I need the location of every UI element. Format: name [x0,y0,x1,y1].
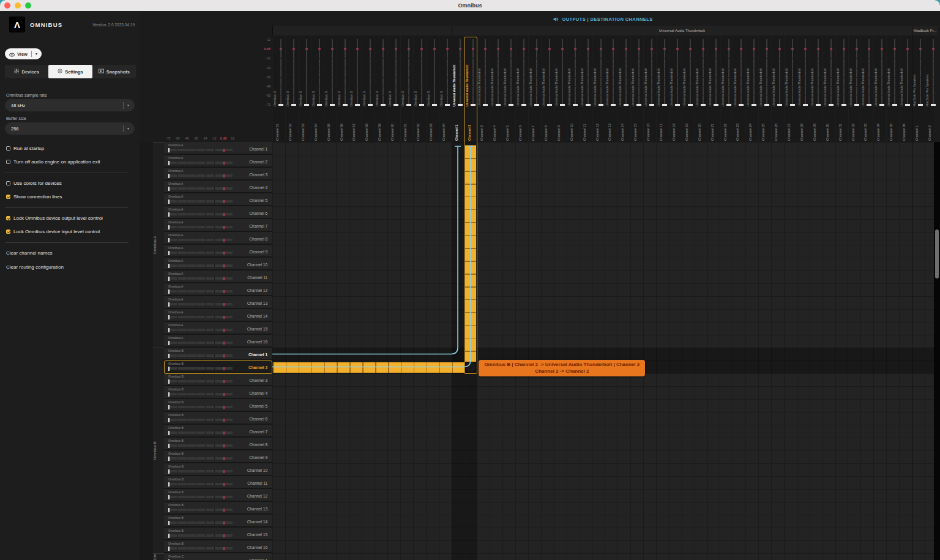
output-channel-column[interactable]: Universal Audio ThunderboltChannel 26 [771,35,784,142]
output-channel-column[interactable]: Omnibus DChannel 54 [311,35,324,142]
input-channel-row[interactable]: Omnibus AChannel 9 [164,245,272,256]
buffer-size-select[interactable]: 256 ▾ [5,122,135,135]
column-fader-handle[interactable] [368,104,373,106]
input-channel-row[interactable]: Omnibus AChannel 1 [164,142,272,154]
output-channel-column[interactable]: Universal Audio ThunderboltChannel 19 [682,35,695,142]
output-channel-column[interactable]: Universal Audio ThunderboltChannel 22 [720,35,733,142]
row-fader-handle[interactable] [168,444,170,448]
column-fader-handle[interactable] [777,104,782,106]
tab-settings[interactable]: Settings [48,65,92,78]
column-fader-handle[interactable] [278,104,283,106]
output-channel-column[interactable]: Universal Audio ThunderboltChannel 6 [515,35,528,142]
output-channel-column[interactable]: Universal Audio ThunderboltChannel 12 [592,35,605,142]
column-fader-handle[interactable] [419,104,424,106]
close-button[interactable] [4,2,10,9]
column-fader-handle[interactable] [752,104,756,106]
input-channel-row[interactable]: Omnibus BChannel 6 [164,412,272,424]
vertical-scrollbar-thumb[interactable] [935,230,939,278]
checkbox[interactable] [6,195,10,199]
output-channel-column[interactable]: Universal Audio ThunderboltChannel 15 [630,35,643,142]
row-fader-handle[interactable] [168,482,170,487]
input-channel-row[interactable]: Omnibus CChannel 1 [164,553,272,560]
output-channel-column[interactable]: Universal Audio ThunderboltChannel 34 [873,35,886,142]
view-button[interactable]: View ▾ [5,48,42,59]
row-fader-handle[interactable] [168,392,170,397]
row-fader-handle[interactable] [168,379,170,384]
input-channel-row[interactable]: Omnibus BChannel 3 [164,373,272,385]
row-fader-handle[interactable] [168,200,170,204]
row-fader-handle[interactable] [168,457,170,461]
checkbox[interactable] [6,160,10,164]
input-channel-row[interactable]: Omnibus AChannel 11 [164,271,272,282]
column-fader-handle[interactable] [739,104,744,106]
column-fader-handle[interactable] [496,104,501,106]
row-fader-handle[interactable] [168,148,170,152]
input-channel-row[interactable]: Omnibus AChannel 16 [164,335,272,346]
column-fader-handle[interactable] [291,104,296,106]
row-fader-handle[interactable] [168,469,170,474]
input-channel-row[interactable]: Omnibus AChannel 10 [164,258,272,269]
row-fader-handle[interactable] [168,289,170,294]
output-channel-column[interactable]: Omnibus DChannel 56 [337,35,349,142]
row-fader-handle[interactable] [168,238,170,242]
input-channel-row[interactable]: Omnibus AChannel 5 [164,193,272,205]
minimize-button[interactable] [15,2,21,9]
column-fader-handle[interactable] [406,104,411,106]
output-channel-column[interactable]: Universal Audio ThunderboltChannel 13 [605,35,617,142]
output-channel-column[interactable]: Universal Audio ThunderboltChannel 7 [528,35,541,142]
output-channel-column[interactable]: Universal Audio ThunderboltChannel 21 [707,35,720,142]
checkbox-row[interactable]: Use colors for devices [6,181,135,186]
row-fader-handle[interactable] [168,328,170,332]
vertical-scrollbar-track[interactable] [934,142,940,560]
checkbox[interactable] [6,146,10,151]
column-fader-handle[interactable] [764,104,769,106]
output-channel-column[interactable]: Universal Audio ThunderboltChannel 17 [656,35,669,142]
input-channel-row[interactable]: Omnibus BChannel 8 [164,438,272,449]
checkbox[interactable] [6,216,10,220]
row-fader-handle[interactable] [168,534,170,538]
output-channel-column[interactable]: Omnibus DChannel 57 [349,35,362,142]
output-channel-column[interactable]: Omnibus DChannel 60 [387,35,400,142]
row-fader-handle[interactable] [168,547,170,551]
output-channel-column[interactable]: Universal Audio ThunderboltChannel 4 [490,35,502,142]
checkbox-row[interactable]: Run at startup [6,146,135,151]
output-channel-column[interactable]: Universal Audio ThunderboltChannel 24 [745,35,758,142]
output-channel-column[interactable]: Omnibus DChannel 58 [362,35,375,142]
output-channel-column[interactable]: Omnibus DChannel 53 [298,35,311,142]
column-fader-handle[interactable] [483,104,488,106]
input-channel-row[interactable]: Omnibus AChannel 13 [164,296,272,308]
column-fader-handle[interactable] [611,104,616,106]
checkbox-row[interactable]: Lock Omnibus device output level control [6,215,135,221]
column-fader-handle[interactable] [918,104,923,106]
output-channel-column[interactable]: MacBook Pro SpeakersChannel 1 [912,35,925,142]
column-fader-handle[interactable] [355,104,360,106]
input-channel-row[interactable]: Omnibus BChannel 15 [164,528,272,539]
output-channel-column[interactable]: Universal Audio ThunderboltChannel 3 [477,35,490,142]
output-channel-column[interactable]: Omnibus DChannel 51 [272,35,285,142]
row-fader-handle[interactable] [168,187,170,191]
row-fader-handle[interactable] [168,495,170,499]
input-channel-row[interactable]: Omnibus AChannel 6 [164,206,272,218]
output-channel-column[interactable]: Universal Audio ThunderboltChannel 9 [554,35,567,142]
output-channel-column[interactable]: Omnibus DChannel 64 [439,35,452,142]
output-channel-column[interactable]: Universal Audio ThunderboltChannel 18 [669,35,682,142]
input-channel-row[interactable]: Omnibus BChannel 4 [164,386,272,398]
column-fader-handle[interactable] [547,104,552,106]
input-channel-row[interactable]: Omnibus BChannel 7 [164,425,272,436]
checkbox[interactable] [6,230,10,234]
input-channel-row[interactable]: Omnibus AChannel 2 [164,155,272,166]
output-channel-column[interactable]: Universal Audio ThunderboltChannel 29 [810,35,822,142]
input-channel-row[interactable]: Omnibus BChannel 16 [164,540,272,552]
sample-rate-select[interactable]: 48 kHz ▾ [5,99,135,111]
tab-snapshots[interactable]: Snapshots [92,65,136,78]
row-fader-handle[interactable] [168,418,170,422]
row-fader-handle[interactable] [168,405,170,409]
input-channel-row[interactable]: Omnibus BChannel 12 [164,489,272,501]
input-channel-row[interactable]: Omnibus BChannel 5 [164,399,272,411]
action-clear-channel-names[interactable]: Clear channel names [6,250,135,256]
output-channel-column[interactable]: Universal Audio ThunderboltChannel 32 [848,35,861,142]
column-fader-handle[interactable] [803,104,808,106]
output-channel-column[interactable]: Universal Audio ThunderboltChannel 27 [784,35,797,142]
row-fader-handle[interactable] [168,212,170,217]
row-fader-handle[interactable] [168,508,170,512]
